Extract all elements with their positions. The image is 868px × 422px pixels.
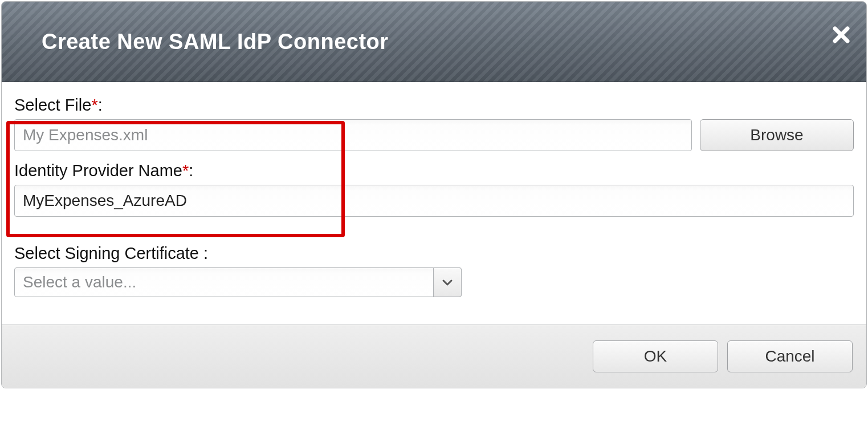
colon: : <box>203 244 208 262</box>
idp-name-label: Identity Provider Name*: <box>14 161 854 180</box>
ok-button[interactable]: OK <box>593 340 718 372</box>
dialog-header: Create New SAML IdP Connector <box>2 2 866 82</box>
colon: : <box>98 96 103 114</box>
dialog-footer: OK Cancel <box>2 324 866 388</box>
dialog-title: Create New SAML IdP Connector <box>42 30 389 54</box>
signing-cert-value: Select a value... <box>14 267 462 297</box>
select-file-label: Select File*: <box>14 96 854 115</box>
dialog-create-saml-idp: Create New SAML IdP Connector Select Fil… <box>1 1 867 388</box>
browse-button[interactable]: Browse <box>700 119 854 151</box>
signing-cert-label: Select Signing Certificate : <box>14 244 854 263</box>
select-file-label-text: Select File <box>14 96 91 114</box>
colon: : <box>189 161 193 180</box>
cancel-button[interactable]: Cancel <box>727 340 853 372</box>
required-marker: * <box>91 96 97 114</box>
required-marker: * <box>182 161 189 180</box>
idp-name-label-text: Identity Provider Name <box>14 161 182 180</box>
dialog-body: Select File*: Browse Identity Provider N… <box>2 82 866 324</box>
idp-name-input[interactable] <box>14 185 854 217</box>
signing-cert-label-text: Select Signing Certificate <box>14 244 199 262</box>
close-button[interactable] <box>832 26 850 44</box>
select-file-input[interactable] <box>14 119 692 151</box>
close-icon <box>832 26 850 44</box>
chevron-down-icon <box>433 267 462 297</box>
signing-cert-select[interactable]: Select a value... <box>14 267 462 297</box>
